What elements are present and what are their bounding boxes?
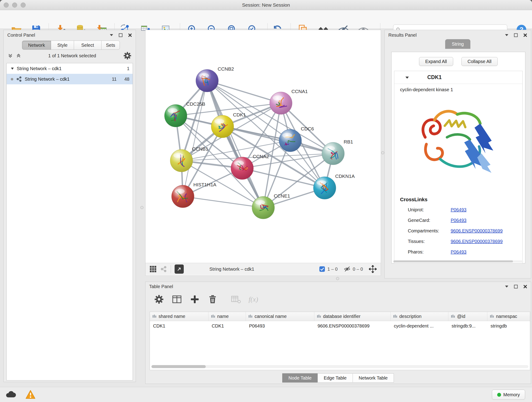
disclosure-triangle-icon[interactable] (11, 67, 14, 70)
tab-sets[interactable]: Sets (101, 41, 120, 50)
minimize-window-button[interactable] (12, 2, 17, 7)
crosslink-value-link[interactable]: 9606.ENSP00000378699 (451, 239, 503, 244)
status-bar: Memory (0, 387, 532, 402)
grid-view-icon[interactable] (150, 266, 157, 273)
network-canvas[interactable]: CCNB2CCNA1CDC25BCDK1CDC6RB1CCNB1CCNA2CDK… (146, 30, 381, 263)
column-header[interactable]: namespac (487, 312, 530, 321)
node-label: HIST1H1A (193, 182, 216, 187)
network-node[interactable]: RB1 (322, 139, 353, 165)
network-node[interactable]: CCNB2 (196, 66, 234, 92)
table-cell[interactable]: CDK1 (150, 323, 209, 329)
tab-edge-table[interactable]: Edge Table (317, 373, 353, 383)
control-panel-title: Control Panel (7, 32, 35, 38)
network-tree: String Network – cdk1 1 String Network –… (6, 63, 133, 380)
crosslink-row: Pharos:P06493 (394, 247, 522, 257)
delete-table-button-disabled[interactable] (231, 294, 241, 305)
crosslink-value-link[interactable]: P06493 (451, 249, 467, 255)
network-edge[interactable] (222, 127, 333, 153)
memory-button[interactable]: Memory (492, 390, 525, 400)
crosslink-value-link[interactable]: P06493 (451, 207, 467, 212)
network-node[interactable]: CDK1 (211, 112, 246, 138)
column-header[interactable]: canonical name (246, 312, 314, 321)
float-panel-icon[interactable] (514, 285, 518, 288)
column-header[interactable]: description (391, 312, 448, 321)
network-edge[interactable] (183, 81, 207, 196)
tab-network[interactable]: Network (22, 41, 51, 50)
panel-menu-icon[interactable] (110, 34, 113, 36)
table-settings-button[interactable] (154, 294, 164, 305)
node-label: CCNB1 (192, 146, 208, 152)
crosslink-label: Uniprot: (408, 207, 451, 212)
splitter-handle[interactable] (381, 151, 384, 154)
birdseye-view-button[interactable] (175, 264, 184, 274)
function-builder-button[interactable]: f(x) (249, 295, 258, 303)
network-node[interactable]: CCNA1 (270, 89, 308, 114)
crosslink-value-link[interactable]: 9606.ENSP00000378699 (451, 228, 503, 234)
close-window-button[interactable] (4, 2, 9, 7)
gene-section-header[interactable]: CDK1 (394, 71, 522, 84)
tab-select[interactable]: Select (74, 41, 101, 50)
selected-node-edge-counts: 1 – 0 (327, 267, 337, 272)
tab-style[interactable]: Style (51, 41, 74, 50)
zoom-window-button[interactable] (21, 2, 26, 7)
table-cell[interactable]: cyclin-dependent ... (391, 323, 448, 329)
expand-all-button[interactable]: Expand All (419, 57, 453, 66)
column-header[interactable]: shared name (150, 312, 209, 321)
crosslink-value-link[interactable]: P06493 (451, 218, 467, 223)
gear-icon[interactable] (123, 51, 132, 60)
table-horizontal-scrollbar[interactable] (152, 365, 528, 368)
tab-node-table[interactable]: Node Table (282, 373, 318, 383)
float-panel-icon[interactable] (514, 33, 518, 37)
warnings-button[interactable] (25, 389, 36, 400)
crosslink-row: GeneCard:P06493 (394, 215, 522, 225)
show-columns-button[interactable] (172, 294, 182, 305)
collapse-all-button[interactable]: Collapse All (462, 57, 498, 66)
create-column-button[interactable] (190, 294, 200, 305)
scrollbar-thumb[interactable] (152, 365, 206, 368)
main-toolbar: ? (0, 10, 532, 29)
results-horizontal-scrollbar[interactable] (393, 260, 523, 262)
tab-network-table[interactable]: Network Table (353, 373, 394, 383)
expand-all-icon[interactable] (16, 53, 21, 58)
network-edge[interactable] (207, 81, 263, 208)
column-type-icon (249, 315, 253, 318)
table-delete-icon (231, 294, 241, 304)
tab-string[interactable]: String (445, 39, 470, 49)
close-panel-icon[interactable] (523, 33, 527, 37)
table-cell[interactable]: CDK1 (209, 323, 246, 329)
table-cell[interactable]: stringdb (487, 323, 530, 329)
scrollbar-thumb[interactable] (393, 260, 513, 262)
network-edge[interactable] (183, 196, 263, 208)
column-header[interactable]: database identifier (314, 312, 391, 321)
column-header[interactable]: name (209, 312, 246, 321)
crosslinks-title: CrossLinks (400, 197, 522, 203)
network-edge[interactable] (207, 81, 281, 103)
network-node[interactable]: HIST1H1A (172, 182, 216, 208)
network-view-icon[interactable] (160, 266, 167, 273)
collapse-all-icon[interactable] (8, 53, 13, 58)
splitter-handle[interactable] (336, 277, 339, 280)
column-header[interactable]: @id (448, 312, 487, 321)
delete-column-button[interactable] (207, 294, 218, 305)
table-cell[interactable]: stringdb:9... (448, 323, 487, 329)
network-tree-item[interactable]: String Network – cdk1 11 48 (7, 74, 133, 84)
cloud-button[interactable] (6, 389, 16, 400)
close-panel-icon[interactable] (128, 33, 132, 37)
network-collection-row[interactable]: String Network – cdk1 1 (7, 63, 133, 74)
network-node[interactable]: CCNB1 (170, 146, 208, 172)
splitter-handle[interactable] (140, 206, 143, 209)
collapse-section-icon[interactable] (405, 76, 409, 80)
crosslink-row: Compartments:9606.ENSP00000378699 (394, 225, 522, 236)
hidden-eye-slash-icon[interactable] (344, 266, 351, 273)
table-cell[interactable]: P06493 (246, 323, 314, 329)
crosslink-row: Tissues:9606.ENSP00000378699 (394, 236, 522, 247)
panel-menu-icon[interactable] (505, 34, 508, 36)
pan-crosshair-icon[interactable] (369, 265, 377, 273)
table-cell[interactable]: 9606.ENSP00000378699 (314, 323, 391, 329)
float-panel-icon[interactable] (119, 33, 123, 37)
panel-menu-icon[interactable] (505, 285, 508, 288)
table-row[interactable]: CDK1CDK1P064939606.ENSP00000378699cyclin… (150, 321, 530, 331)
selected-checkbox-icon[interactable] (319, 266, 325, 272)
close-panel-icon[interactable] (523, 285, 527, 288)
warning-icon (25, 390, 36, 399)
